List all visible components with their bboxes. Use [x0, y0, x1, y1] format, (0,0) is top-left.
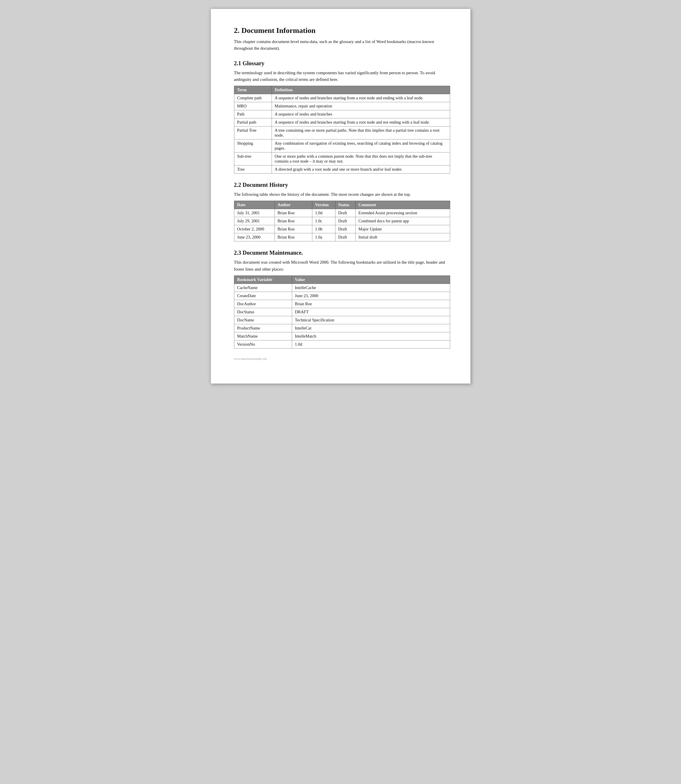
bookmark-value: DRAFT — [292, 308, 450, 316]
history-cell: October 2, 2000 — [234, 225, 274, 233]
bookmark-table: Bookmark Variable Value CacheNameIntelle… — [234, 275, 450, 349]
glossary-definition: A tree containing one or more partial pa… — [272, 126, 450, 139]
bookmark-header-row: Bookmark Variable Value — [234, 275, 450, 284]
history-cell: Brian Roe — [274, 233, 312, 242]
section-2-1: 2.1 Glossary The terminology used in des… — [234, 60, 450, 174]
history-col-version: Version — [312, 201, 335, 209]
glossary-term: Partial Tree — [234, 126, 272, 139]
bookmark-value: Technical Specification — [292, 316, 450, 324]
history-cell: 1.0b — [312, 225, 335, 233]
bookmark-value: IntelleCache — [292, 284, 450, 292]
glossary-row: Partial pathA sequence of nodes and bran… — [234, 119, 450, 126]
history-header-row: Date Author Version Status Comment — [234, 201, 450, 209]
history-cell: Draft — [335, 209, 355, 217]
glossary-row: Complete pathA sequence of nodes and bra… — [234, 94, 450, 102]
bookmark-row: DocNameTechnical Specification — [234, 316, 450, 324]
bookmark-col-value: Value — [292, 275, 450, 284]
bookmark-col-variable: Bookmark Variable — [234, 275, 292, 284]
section-2-heading: 2. Document Information — [234, 26, 450, 35]
history-cell: Major Update — [355, 225, 450, 233]
history-cell: Initial draft — [355, 233, 450, 242]
bookmark-variable: CreateDate — [234, 292, 292, 300]
history-cell: 1.0a — [312, 233, 335, 242]
glossary-row: Sub-treeOne or more paths with a common … — [234, 152, 450, 166]
glossary-term: Path — [234, 110, 272, 119]
history-table: Date Author Version Status Comment July … — [234, 201, 450, 242]
history-cell: July 29, 2001 — [234, 217, 274, 225]
bookmark-variable: CacheName — [234, 284, 292, 292]
history-row: July 31, 2001Brian Roe1.0dDraftExtended … — [234, 209, 450, 217]
bookmark-value: Brian Roe — [292, 300, 450, 308]
section-2-1-heading: 2.1 Glossary — [234, 60, 450, 67]
glossary-col-definition: Definition — [272, 86, 450, 94]
history-cell: Brian Roe — [274, 217, 312, 225]
glossary-definition: A sequence of nodes and branches — [272, 110, 450, 119]
bookmark-variable: DocName — [234, 316, 292, 324]
glossary-definition: One or more paths with a common parent n… — [272, 152, 450, 166]
history-cell: July 31, 2001 — [234, 209, 274, 217]
history-cell: Extended Assist processing section — [355, 209, 450, 217]
history-cell: Combined docs for patent app — [355, 217, 450, 225]
glossary-term: Complete path — [234, 94, 272, 102]
history-row: July 29, 2001Brian Roe1.0cDraftCombined … — [234, 217, 450, 225]
bookmark-variable: DocStatus — [234, 308, 292, 316]
history-cell: 1.0d — [312, 209, 335, 217]
history-cell: Draft — [335, 233, 355, 242]
bookmark-row: ProductNameIntelleCat — [234, 324, 450, 332]
glossary-definition: A sequence of nodes and branches startin… — [272, 119, 450, 126]
section-2-3-intro: This document was created with Microsoft… — [234, 259, 450, 273]
glossary-definition: Any combination of navigation of existin… — [272, 139, 450, 152]
bookmark-row: MatchNameIntelleMatch — [234, 332, 450, 340]
section-2-intro: This chapter contains document-level met… — [234, 38, 450, 52]
bookmark-variable: VersionNo — [234, 340, 292, 348]
bookmark-row: CacheNameIntelleCache — [234, 284, 450, 292]
bookmark-row: DocAuthorBrian Roe — [234, 300, 450, 308]
glossary-term: Partial path — [234, 119, 272, 126]
bookmark-row: CreateDateJune 23, 2000 — [234, 292, 450, 300]
history-cell: Brian Roe — [274, 209, 312, 217]
history-row: October 2, 2000Brian Roe1.0bDraftMajor U… — [234, 225, 450, 233]
section-2-2-intro: The following table shows the history of… — [234, 191, 450, 198]
section-2-2-heading: 2.2 Document History — [234, 182, 450, 188]
history-cell: June 23, 2000 — [234, 233, 274, 242]
bookmark-row: VersionNo1.0d — [234, 340, 450, 348]
section-2-3: 2.3 Document Maintenance. This document … — [234, 250, 450, 349]
history-col-comment: Comment — [355, 201, 450, 209]
section-2-1-intro: The terminology used in describing the s… — [234, 70, 450, 83]
history-cell: Draft — [335, 225, 355, 233]
history-col-author: Author — [274, 201, 312, 209]
glossary-col-term: Term — [234, 86, 272, 94]
glossary-row: TreeA directed graph with a root node an… — [234, 166, 450, 174]
history-row: June 23, 2000Brian Roe1.0aDraftInitial d… — [234, 233, 450, 242]
bookmark-value: IntelleMatch — [292, 332, 450, 340]
watermark-text: www.imperialtattoopdk.com — [234, 357, 450, 360]
glossary-term: MRO — [234, 102, 272, 110]
glossary-term: Tree — [234, 166, 272, 174]
bookmark-value: June 23, 2000 — [292, 292, 450, 300]
history-col-status: Status — [335, 201, 355, 209]
glossary-definition: Maintenance, repair and operation — [272, 102, 450, 110]
section-2-2: 2.2 Document History The following table… — [234, 182, 450, 242]
glossary-definition: A directed graph with a root node and on… — [272, 166, 450, 174]
history-cell: Draft — [335, 217, 355, 225]
bookmark-variable: DocAuthor — [234, 300, 292, 308]
glossary-row: Partial TreeA tree containing one or mor… — [234, 126, 450, 139]
section-2: 2. Document Information This chapter con… — [234, 26, 450, 52]
section-2-3-heading: 2.3 Document Maintenance. — [234, 250, 450, 256]
glossary-header-row: Term Definition — [234, 86, 450, 94]
glossary-term: Sub-tree — [234, 152, 272, 166]
glossary-row: MROMaintenance, repair and operation — [234, 102, 450, 110]
bookmark-variable: ProductName — [234, 324, 292, 332]
history-cell: Brian Roe — [274, 225, 312, 233]
bookmark-value: 1.0d — [292, 340, 450, 348]
history-cell: 1.0c — [312, 217, 335, 225]
document-page: 2. Document Information This chapter con… — [211, 9, 471, 384]
glossary-row: PathA sequence of nodes and branches — [234, 110, 450, 119]
glossary-row: ShoppingAny combination of navigation of… — [234, 139, 450, 152]
glossary-term: Shopping — [234, 139, 272, 152]
history-col-date: Date — [234, 201, 274, 209]
glossary-table: Term Definition Complete pathA sequence … — [234, 86, 450, 174]
bookmark-row: DocStatusDRAFT — [234, 308, 450, 316]
glossary-definition: A sequence of nodes and branches startin… — [272, 94, 450, 102]
bookmark-value: IntelleCat — [292, 324, 450, 332]
